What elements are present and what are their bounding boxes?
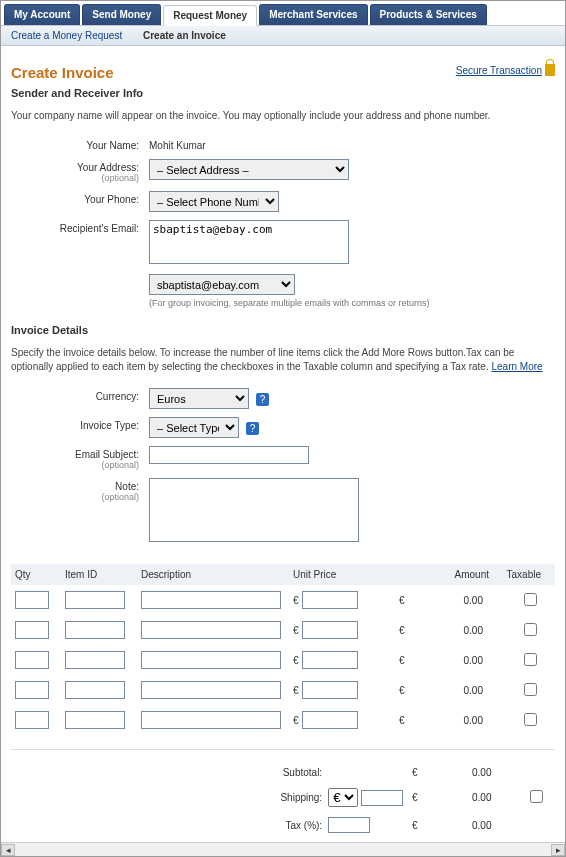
note-label: Note:(optional) [11, 478, 149, 502]
amount-value: 0.00 [464, 715, 483, 726]
help-icon[interactable]: ? [256, 393, 269, 406]
shipping-label: Shipping: [15, 792, 328, 803]
currency-symbol: € [412, 767, 418, 778]
subtotal-label: Subtotal: [15, 767, 328, 778]
col-qty: Qty [15, 569, 65, 580]
taxable-checkbox[interactable] [524, 683, 537, 696]
subject-label: Email Subject:(optional) [11, 446, 149, 470]
phone-select[interactable]: – Select Phone Number – [149, 191, 279, 212]
amount-value: 0.00 [464, 625, 483, 636]
totals: Subtotal: €0.00 Shipping: € €0.00 Tax (%… [11, 749, 555, 857]
item-id-input[interactable] [65, 591, 125, 609]
currency-symbol: € [293, 715, 299, 726]
secure-label: Secure Transaction [456, 65, 542, 76]
learn-more-link[interactable]: Learn More [491, 361, 542, 372]
email-subject-input[interactable] [149, 446, 309, 464]
shipping-value: 0.00 [472, 792, 491, 803]
col-unit-price: Unit Price [293, 569, 393, 580]
amount-value: 0.00 [464, 595, 483, 606]
unit-price-input[interactable] [302, 651, 358, 669]
sender-heading: Sender and Receiver Info [11, 87, 555, 99]
col-desc: Description [141, 569, 293, 580]
taxable-checkbox[interactable] [524, 623, 537, 636]
item-id-input[interactable] [65, 651, 125, 669]
description-input[interactable] [141, 681, 281, 699]
col-taxable: Taxable [489, 569, 545, 580]
tab-request-money[interactable]: Request Money [163, 5, 257, 26]
tab-merchant-services[interactable]: Merchant Services [259, 4, 367, 25]
col-amount: Amount [393, 569, 489, 580]
recipient-email-input[interactable]: sbaptista@ebay.com [149, 220, 349, 264]
horizontal-scrollbar[interactable]: ◂ ▸ [1, 842, 565, 856]
grid-header: Qty Item ID Description Unit Price Amoun… [11, 564, 555, 585]
currency-symbol: € [399, 715, 405, 726]
scroll-right-icon[interactable]: ▸ [551, 844, 565, 856]
sender-desc: Your company name will appear on the inv… [11, 109, 555, 123]
item-id-input[interactable] [65, 681, 125, 699]
description-input[interactable] [141, 651, 281, 669]
currency-symbol: € [399, 625, 405, 636]
address-select[interactable]: – Select Address – [149, 159, 349, 180]
sub-nav: Create a Money Request Create an Invoice [1, 26, 565, 46]
description-input[interactable] [141, 711, 281, 729]
tab-my-account[interactable]: My Account [4, 4, 80, 25]
help-icon[interactable]: ? [246, 422, 259, 435]
subtotal-value: 0.00 [472, 767, 491, 778]
line-items-grid: Qty Item ID Description Unit Price Amoun… [11, 564, 555, 735]
lock-icon [545, 64, 555, 76]
email-hint: (For group invoicing, separate multiple … [149, 298, 555, 308]
qty-input[interactable] [15, 651, 49, 669]
main-nav: My Account Send Money Request Money Merc… [1, 1, 565, 26]
tax-input[interactable] [328, 817, 370, 833]
qty-input[interactable] [15, 711, 49, 729]
note-input[interactable] [149, 478, 359, 542]
line-item-row: €€0.00 [11, 615, 555, 645]
unit-price-input[interactable] [302, 591, 358, 609]
tab-products-services[interactable]: Products & Services [370, 4, 487, 25]
line-item-row: €€0.00 [11, 705, 555, 735]
taxable-checkbox[interactable] [524, 653, 537, 666]
phone-label: Your Phone: [11, 191, 149, 205]
unit-price-input[interactable] [302, 711, 358, 729]
secure-transaction-link[interactable]: Secure Transaction [456, 64, 555, 76]
invoice-type-select[interactable]: – Select Type – [149, 417, 239, 438]
address-label: Your Address:(optional) [11, 159, 149, 183]
shipping-taxable-checkbox[interactable] [530, 790, 543, 803]
amount-value: 0.00 [464, 655, 483, 666]
item-id-input[interactable] [65, 621, 125, 639]
qty-input[interactable] [15, 591, 49, 609]
shipping-currency-select[interactable]: € [328, 788, 358, 807]
qty-input[interactable] [15, 681, 49, 699]
unit-price-input[interactable] [302, 681, 358, 699]
tax-value: 0.00 [472, 820, 491, 831]
taxable-checkbox[interactable] [524, 593, 537, 606]
recipient-email-select[interactable]: sbaptista@ebay.com [149, 274, 295, 295]
shipping-input[interactable] [361, 790, 403, 806]
currency-select[interactable]: Euros [149, 388, 249, 409]
item-id-input[interactable] [65, 711, 125, 729]
description-input[interactable] [141, 591, 281, 609]
line-item-row: €€0.00 [11, 675, 555, 705]
currency-symbol: € [412, 792, 418, 803]
scroll-left-icon[interactable]: ◂ [1, 844, 15, 856]
subnav-create-invoice[interactable]: Create an Invoice [143, 30, 226, 41]
tax-label: Tax (%): [15, 820, 328, 831]
currency-symbol: € [293, 625, 299, 636]
name-value: Mohit Kumar [149, 137, 555, 151]
unit-price-input[interactable] [302, 621, 358, 639]
name-label: Your Name: [11, 137, 149, 151]
currency-symbol: € [293, 655, 299, 666]
details-desc: Specify the invoice details below. To in… [11, 346, 555, 374]
qty-input[interactable] [15, 621, 49, 639]
currency-symbol: € [399, 685, 405, 696]
line-item-row: €€0.00 [11, 585, 555, 615]
subnav-money-request[interactable]: Create a Money Request [11, 30, 122, 41]
currency-symbol: € [293, 595, 299, 606]
taxable-checkbox[interactable] [524, 713, 537, 726]
description-input[interactable] [141, 621, 281, 639]
currency-symbol: € [293, 685, 299, 696]
details-heading: Invoice Details [11, 324, 555, 336]
amount-value: 0.00 [464, 685, 483, 696]
currency-label: Currency: [11, 388, 149, 402]
tab-send-money[interactable]: Send Money [82, 4, 161, 25]
